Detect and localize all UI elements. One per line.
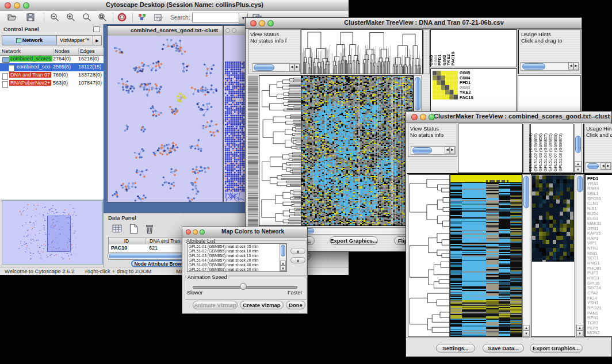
col-header-edges[interactable]: Edges — [78, 48, 102, 54]
column-label[interactable]: PAC10 — [450, 52, 456, 66]
gene-label[interactable]: TCB3 — [587, 320, 598, 325]
heatmap-canvas[interactable] — [450, 175, 522, 336]
gene-label[interactable]: RNR4 — [587, 186, 599, 191]
scroll-down-icon[interactable]: ▼ — [575, 167, 582, 173]
move-down-button[interactable]: ∨ — [290, 257, 305, 263]
gene-label[interactable]: PUF3 — [587, 270, 598, 275]
delete-attribute-icon[interactable] — [144, 223, 155, 237]
similarity-matrix-canvas[interactable] — [433, 71, 458, 99]
scroll-thumb[interactable] — [415, 77, 420, 110]
attribute-item[interactable]: GPL51-06 (GSM865) heat shock 40 min — [189, 263, 278, 267]
attribute-item[interactable]: GPL51-07 (GSM868) heat shock 60 min — [189, 267, 278, 272]
column-label[interactable]: GPL51-07 (GSM868) — [553, 133, 557, 171]
scroll-thumb[interactable] — [523, 176, 529, 208]
zoom-out-icon[interactable] — [49, 12, 60, 25]
gene-label[interactable]: SPC98 — [587, 196, 601, 201]
gene-label[interactable]: PFD1 — [587, 176, 598, 181]
gene-label[interactable]: NIS1 — [587, 206, 597, 211]
zoom-button[interactable] — [200, 229, 205, 235]
column-dendrogram-canvas[interactable] — [301, 30, 422, 74]
scroll-right-icon[interactable]: ▶ — [606, 163, 611, 170]
float-panel-icon[interactable] — [93, 26, 100, 32]
col-header-nodes[interactable]: Nodes — [53, 48, 77, 54]
gene-label[interactable]: YSH1 — [587, 300, 599, 305]
gene-label[interactable]: SEC1 — [587, 255, 599, 260]
col-header-id[interactable]: ID — [109, 238, 144, 244]
network-view-window-2[interactable] — [223, 25, 246, 202]
horizontal-scrollbar[interactable]: ◀▶ — [521, 62, 579, 71]
row-dendrogram-canvas[interactable] — [408, 175, 449, 336]
gene-label[interactable]: CPA2 — [587, 290, 598, 296]
column-labels-panel[interactable]: GPL51-01 (GSM854)GPL51-02 (GSM855)GPL51-… — [530, 124, 573, 173]
network-table-header[interactable]: Network Nodes Edges — [0, 48, 104, 56]
zoom-button[interactable] — [429, 114, 435, 120]
main-window-titlebar[interactable]: Cytoscape Desktop (Session Name: collins… — [0, 0, 349, 12]
column-label[interactable]: GPL51-03 (GSM856) — [538, 133, 542, 171]
column-labels-vscrollbar[interactable]: ▲▼ — [574, 124, 582, 173]
attribute-item[interactable]: GPL51-01 (GSM854) heat shock 05 min — [189, 244, 278, 249]
attribute-item[interactable]: GPL51-02 (GSM855) heat shock 10 min — [189, 249, 278, 254]
horizontal-scrollbar[interactable]: ◀▶ — [586, 162, 611, 170]
gene-label[interactable]: RPN1 — [587, 315, 599, 320]
zoom-in-icon[interactable] — [66, 12, 76, 25]
slider-thumb[interactable] — [240, 283, 247, 290]
tab-network[interactable]: Network — [2, 35, 57, 45]
gene-label[interactable]: FIG4 — [587, 296, 597, 301]
close-button[interactable] — [186, 229, 191, 235]
scroll-left-icon[interactable]: ◀ — [289, 64, 294, 71]
gene-label[interactable]: PAN1 — [587, 311, 598, 316]
treeview1-titlebar[interactable]: ClusterMaker TreeView : DNA and Tran 07-… — [246, 18, 582, 29]
scroll-down-icon[interactable]: ▼ — [523, 331, 530, 336]
scroll-thumb[interactable] — [577, 176, 583, 192]
attribute-item[interactable]: GPL51-03 (GSM856) heat shock 15 min — [189, 254, 278, 258]
tab-vizmapper-[interactable]: VizMapper™ — [56, 35, 93, 45]
vizmapper-icon[interactable] — [137, 12, 147, 25]
zoom-button[interactable] — [23, 2, 29, 9]
done-button[interactable]: Done — [286, 301, 305, 309]
treeview2-titlebar[interactable]: ClusterMaker TreeView : combined_scores_… — [406, 112, 611, 123]
zoom-heatmap-panel[interactable] — [531, 174, 575, 337]
scroll-up-icon[interactable]: ▲ — [523, 325, 530, 331]
scroll-thumb[interactable] — [412, 147, 432, 154]
horizontal-scrollbar[interactable]: ◀▶ — [252, 63, 300, 72]
network-table-row[interactable]: RNAPuberNov2+563(0)107847(0) — [0, 79, 104, 87]
attribute-list-vscrollbar[interactable]: ▲ ▼ — [280, 244, 286, 271]
gene-label[interactable]: MAK31 — [587, 221, 602, 226]
gene-label[interactable]: MON2 — [587, 330, 600, 335]
move-up-button[interactable]: ∧ — [290, 248, 305, 254]
export-graphics--button[interactable]: Export Graphics... — [330, 236, 378, 245]
gene-label[interactable]: CLN1 — [587, 201, 598, 206]
gene-label[interactable]: KAP95 — [587, 231, 600, 236]
col-header-network[interactable]: Network — [2, 48, 51, 54]
row-dendrogram-canvas[interactable] — [259, 76, 301, 225]
splitter-strip[interactable] — [423, 29, 430, 74]
row-labels-strip-canvas[interactable] — [248, 75, 258, 226]
network-table-row[interactable]: combined_scores2764(0)16218(0) — [0, 55, 104, 63]
minimize-button[interactable] — [259, 20, 265, 26]
gene-label[interactable]: MSL1 — [587, 191, 599, 196]
scroll-right-icon[interactable]: ▶ — [573, 63, 579, 70]
gene-label[interactable]: HRD3 — [587, 275, 599, 281]
gene-label[interactable]: NTR2 — [587, 246, 599, 251]
network-window-titlebar[interactable]: combined_scores_good.txt--cluste... — [108, 26, 223, 36]
column-label[interactable]: GPL51-08 (GSM872) — [559, 133, 563, 171]
gene-label[interactable]: HMG1 — [587, 260, 600, 266]
close-button[interactable] — [225, 28, 230, 33]
scroll-right-icon[interactable]: ▶ — [450, 147, 455, 154]
gene-label[interactable]: PEP5 — [587, 325, 598, 331]
zoom-button[interactable] — [267, 20, 274, 26]
gene-label[interactable]: VIP1 — [587, 240, 596, 246]
horizontal-scrollbar[interactable]: ◀▶ — [411, 146, 456, 155]
heatmap-vscrollbar[interactable]: ▲▼ — [522, 174, 530, 337]
network-table-row[interactable]: combined_sco2569(6)13112(15) — [0, 63, 104, 71]
scroll-up-icon[interactable]: ▲ — [575, 161, 582, 167]
gene-label[interactable]: ELG1 — [587, 216, 598, 221]
network-overview-panel[interactable] — [2, 200, 103, 265]
scroll-up-icon[interactable]: ▲ — [576, 325, 583, 331]
gene-label[interactable]: RPO21 — [587, 305, 602, 311]
gene-label[interactable]: YRA1 — [587, 181, 599, 186]
dialog-titlebar[interactable]: Map Colors to Network — [182, 227, 307, 237]
gene-label[interactable]: BUD4 — [587, 211, 599, 216]
scroll-thumb[interactable] — [254, 64, 274, 71]
gene-label[interactable]: PHO81 — [587, 266, 602, 271]
